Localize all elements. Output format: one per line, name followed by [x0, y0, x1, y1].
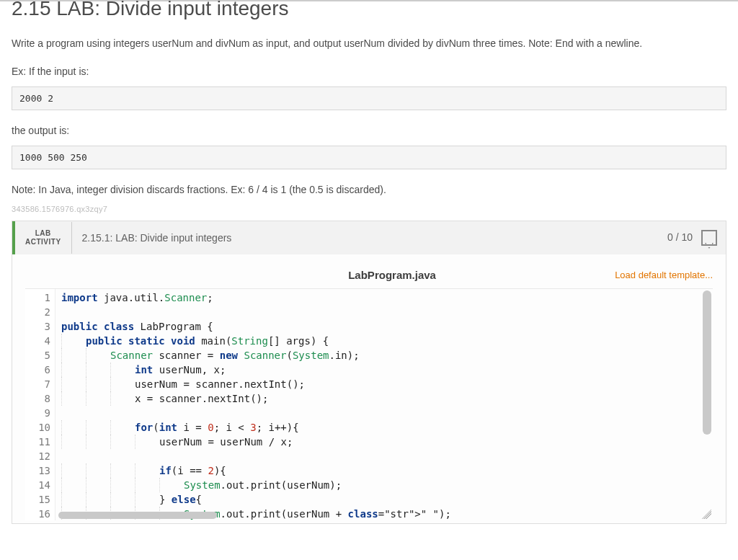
code-body[interactable]: import java.util.Scanner; public class L…	[58, 289, 700, 520]
output-intro: the output is:	[12, 123, 726, 138]
instructions-p1: Write a program using integers userNum a…	[12, 36, 726, 51]
content: Write a program using integers userNum a…	[0, 36, 738, 524]
scrollbar-horizontal[interactable]	[58, 512, 700, 519]
example-input-box: 2000 2	[12, 86, 726, 110]
line-gutter: 1 2 3 4 5 6 7 8 9 10 11 12 13 14 15 16	[25, 289, 55, 520]
activity-title: 2.15.1: LAB: Divide input integers	[72, 223, 659, 252]
example-intro: Ex: If the input is:	[12, 64, 726, 79]
code-editor[interactable]: 1 2 3 4 5 6 7 8 9 10 11 12 13 14 15 16 i…	[25, 288, 713, 520]
lab-badge: LAB ACTIVITY	[15, 222, 72, 254]
page-title: 2.15 LAB: Divide input integers	[0, 0, 738, 23]
score: 0 / 10	[659, 221, 726, 254]
scrollbar-vertical[interactable]	[703, 290, 711, 506]
note: Note: In Java, integer division discards…	[12, 182, 726, 197]
activity-header: LAB ACTIVITY 2.15.1: LAB: Divide input i…	[12, 221, 726, 254]
resize-handle-icon[interactable]	[701, 509, 711, 519]
filename-label: LabProgram.java	[169, 269, 615, 281]
example-output-box: 1000 500 250	[12, 146, 726, 169]
lab-activity: LAB ACTIVITY 2.15.1: LAB: Divide input i…	[12, 221, 726, 524]
watermark: 343586.1576976.qx3zqy7	[12, 205, 726, 213]
editor-area: LabProgram.java Load default template...…	[12, 254, 726, 523]
shield-icon	[701, 230, 717, 246]
load-default-template-link[interactable]: Load default template...	[615, 270, 713, 280]
